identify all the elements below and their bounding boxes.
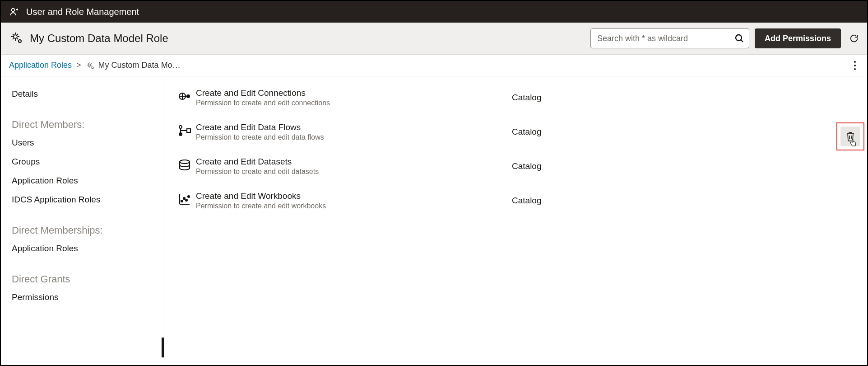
cursor-hand-icon <box>849 139 857 148</box>
svg-point-10 <box>187 95 190 98</box>
svg-point-1 <box>14 35 17 38</box>
svg-point-12 <box>179 133 182 136</box>
permission-title: Create and Edit Workbooks <box>196 191 512 201</box>
permission-description: Permission to create and edit data flows <box>196 133 512 141</box>
svg-point-16 <box>183 197 185 199</box>
sidebar-heading-memberships: Direct Memberships: <box>12 209 164 239</box>
svg-point-0 <box>12 9 15 12</box>
permission-title: Create and Edit Data Flows <box>196 122 512 132</box>
add-permissions-button[interactable]: Add Permissions <box>755 28 841 48</box>
permission-category: Catalog <box>512 191 542 206</box>
permission-category: Catalog <box>512 122 542 137</box>
svg-rect-13 <box>187 129 190 132</box>
sidebar-item-groups[interactable]: Groups <box>12 152 164 171</box>
breadcrumb-separator: > <box>76 61 81 70</box>
sidebar-item-permissions[interactable]: Permissions <box>12 288 164 307</box>
search-icon[interactable] <box>734 33 745 44</box>
delete-highlight-box <box>836 122 864 150</box>
title-bar-label: User and Role Management <box>26 7 139 17</box>
permission-description: Permission to create and edit datasets <box>196 168 512 176</box>
permission-row: Create and Edit Connections Permission t… <box>173 84 859 118</box>
permission-row: Create and Edit Datasets Permission to c… <box>173 152 859 187</box>
sidebar: Details Direct Members: Users Groups App… <box>1 76 164 365</box>
page-header: My Custom Data Model Role Add Permission… <box>1 23 867 55</box>
permission-title: Create and Edit Connections <box>196 88 512 98</box>
breadcrumb: Application Roles > My Custom Data Mo… <box>1 55 867 76</box>
svg-point-4 <box>88 64 91 66</box>
svg-point-6 <box>854 61 856 63</box>
title-bar: User and Role Management <box>1 1 867 23</box>
role-gear-icon <box>9 30 23 47</box>
search-container <box>590 28 749 48</box>
permissions-list: Create and Edit Connections Permission t… <box>164 76 867 365</box>
svg-point-17 <box>186 199 187 201</box>
user-role-icon <box>9 6 20 17</box>
svg-point-15 <box>181 200 183 202</box>
breadcrumb-current: My Custom Data Mo… <box>98 61 181 70</box>
refresh-icon[interactable] <box>849 33 859 43</box>
permission-category: Catalog <box>512 88 542 103</box>
sidebar-item-membership-application-roles[interactable]: Application Roles <box>12 239 164 258</box>
sidebar-selected-indicator <box>162 338 164 357</box>
sidebar-item-users[interactable]: Users <box>12 133 164 152</box>
workbook-icon <box>173 191 196 206</box>
permission-row: Create and Edit Workbooks Permission to … <box>173 187 859 221</box>
permission-description: Permission to create and edit workbooks <box>196 202 512 210</box>
svg-point-14 <box>180 160 190 164</box>
dataflow-icon <box>173 122 196 138</box>
page-title: My Custom Data Model Role <box>30 32 168 45</box>
permission-row: Create and Edit Data Flows Permission to… <box>173 118 859 152</box>
svg-point-5 <box>92 67 93 69</box>
breadcrumb-gear-icon <box>86 61 95 70</box>
sidebar-heading-grants: Direct Grants <box>12 258 164 288</box>
more-menu-icon[interactable] <box>851 58 859 73</box>
svg-point-18 <box>188 196 190 197</box>
permission-title: Create and Edit Datasets <box>196 157 512 167</box>
search-input[interactable] <box>590 28 749 48</box>
permission-category: Catalog <box>512 157 542 171</box>
sidebar-item-details[interactable]: Details <box>12 84 164 103</box>
sidebar-item-idcs-application-roles[interactable]: IDCS Application Roles <box>12 190 164 209</box>
svg-point-8 <box>854 68 856 70</box>
sidebar-item-application-roles[interactable]: Application Roles <box>12 171 164 190</box>
dataset-icon <box>173 157 196 172</box>
permission-description: Permission to create and edit connection… <box>196 99 512 107</box>
delete-permission-button[interactable] <box>840 127 860 146</box>
sidebar-heading-members: Direct Members: <box>12 103 164 133</box>
svg-point-11 <box>179 126 182 128</box>
connection-icon <box>173 88 196 103</box>
breadcrumb-parent-link[interactable]: Application Roles <box>9 61 72 70</box>
svg-point-7 <box>854 65 856 66</box>
